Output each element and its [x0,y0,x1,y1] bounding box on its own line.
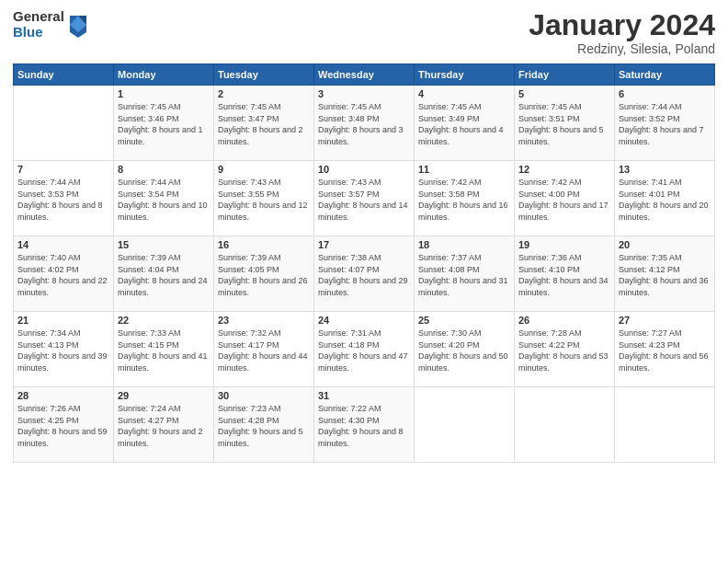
day-info: Sunrise: 7:45 AMSunset: 3:47 PMDaylight:… [218,101,310,147]
calendar-cell: 8Sunrise: 7:44 AMSunset: 3:54 PMDaylight… [114,161,214,236]
calendar-cell: 26Sunrise: 7:28 AMSunset: 4:22 PMDayligh… [515,312,615,387]
calendar-cell: 9Sunrise: 7:43 AMSunset: 3:55 PMDaylight… [214,161,314,236]
day-number: 6 [619,88,711,99]
day-number: 10 [318,164,410,175]
day-number: 22 [118,315,210,326]
day-info: Sunrise: 7:36 AMSunset: 4:10 PMDaylight:… [518,252,610,298]
day-info: Sunrise: 7:43 AMSunset: 3:55 PMDaylight:… [218,177,310,223]
calendar-cell: 17Sunrise: 7:38 AMSunset: 4:07 PMDayligh… [314,236,415,312]
col-thursday: Thursday [415,64,515,86]
day-info: Sunrise: 7:35 AMSunset: 4:12 PMDaylight:… [619,252,711,298]
day-info: Sunrise: 7:30 AMSunset: 4:20 PMDaylight:… [418,327,510,373]
calendar-cell: 14Sunrise: 7:40 AMSunset: 4:02 PMDayligh… [14,236,114,312]
day-number: 3 [318,88,410,99]
calendar-header: Sunday Monday Tuesday Wednesday Thursday… [14,64,715,86]
day-info: Sunrise: 7:41 AMSunset: 4:01 PMDaylight:… [619,177,711,223]
calendar-body: 1Sunrise: 7:45 AMSunset: 3:46 PMDaylight… [14,86,715,463]
day-number: 27 [619,315,711,326]
calendar-cell: 3Sunrise: 7:45 AMSunset: 3:48 PMDaylight… [314,86,415,161]
month-title: January 2024 [529,9,715,41]
day-number: 13 [619,164,711,175]
day-info: Sunrise: 7:37 AMSunset: 4:08 PMDaylight:… [418,252,510,298]
calendar-cell: 21Sunrise: 7:34 AMSunset: 4:13 PMDayligh… [14,312,114,387]
calendar-cell: 4Sunrise: 7:45 AMSunset: 3:49 PMDaylight… [415,86,515,161]
day-number: 12 [518,164,610,175]
day-info: Sunrise: 7:45 AMSunset: 3:51 PMDaylight:… [518,101,610,147]
calendar-cell: 13Sunrise: 7:41 AMSunset: 4:01 PMDayligh… [615,161,715,236]
col-friday: Friday [515,64,615,86]
day-number: 19 [518,239,610,250]
calendar-table: Sunday Monday Tuesday Wednesday Thursday… [13,63,715,463]
header-row: Sunday Monday Tuesday Wednesday Thursday… [14,64,715,86]
calendar-week-2: 7Sunrise: 7:44 AMSunset: 3:53 PMDaylight… [14,161,715,236]
day-info: Sunrise: 7:23 AMSunset: 4:28 PMDaylight:… [218,403,310,449]
day-info: Sunrise: 7:42 AMSunset: 3:58 PMDaylight:… [418,177,510,223]
calendar-cell: 23Sunrise: 7:32 AMSunset: 4:17 PMDayligh… [214,312,314,387]
day-number: 16 [218,239,310,250]
calendar-week-1: 1Sunrise: 7:45 AMSunset: 3:46 PMDaylight… [14,86,715,161]
day-number: 18 [418,239,510,250]
col-wednesday: Wednesday [314,64,415,86]
day-info: Sunrise: 7:33 AMSunset: 4:15 PMDaylight:… [118,327,210,373]
day-info: Sunrise: 7:31 AMSunset: 4:18 PMDaylight:… [318,327,410,373]
calendar-cell [415,387,515,463]
location-text: Redziny, Silesia, Poland [529,41,715,56]
day-info: Sunrise: 7:38 AMSunset: 4:07 PMDaylight:… [318,252,410,298]
day-info: Sunrise: 7:42 AMSunset: 4:00 PMDaylight:… [518,177,610,223]
day-number: 4 [418,88,510,99]
day-number: 2 [218,88,310,99]
calendar-cell: 24Sunrise: 7:31 AMSunset: 4:18 PMDayligh… [314,312,415,387]
logo-general-text: General [13,9,64,25]
calendar-week-4: 21Sunrise: 7:34 AMSunset: 4:13 PMDayligh… [14,312,715,387]
day-info: Sunrise: 7:24 AMSunset: 4:27 PMDaylight:… [118,403,210,449]
calendar-cell: 12Sunrise: 7:42 AMSunset: 4:00 PMDayligh… [515,161,615,236]
day-info: Sunrise: 7:32 AMSunset: 4:17 PMDaylight:… [218,327,310,373]
day-info: Sunrise: 7:40 AMSunset: 4:02 PMDaylight:… [17,252,109,298]
day-info: Sunrise: 7:22 AMSunset: 4:30 PMDaylight:… [318,403,410,449]
calendar-cell: 19Sunrise: 7:36 AMSunset: 4:10 PMDayligh… [515,236,615,312]
day-info: Sunrise: 7:39 AMSunset: 4:04 PMDaylight:… [118,252,210,298]
day-number: 14 [17,239,109,250]
day-number: 15 [118,239,210,250]
day-number: 1 [118,88,210,99]
calendar-cell: 30Sunrise: 7:23 AMSunset: 4:28 PMDayligh… [214,387,314,463]
calendar-cell: 7Sunrise: 7:44 AMSunset: 3:53 PMDaylight… [14,161,114,236]
calendar-cell: 18Sunrise: 7:37 AMSunset: 4:08 PMDayligh… [415,236,515,312]
day-info: Sunrise: 7:39 AMSunset: 4:05 PMDaylight:… [218,252,310,298]
day-number: 5 [518,88,610,99]
day-info: Sunrise: 7:27 AMSunset: 4:23 PMDaylight:… [619,327,711,373]
day-number: 17 [318,239,410,250]
calendar-cell: 28Sunrise: 7:26 AMSunset: 4:25 PMDayligh… [14,387,114,463]
calendar-cell: 15Sunrise: 7:39 AMSunset: 4:04 PMDayligh… [114,236,214,312]
calendar-cell: 27Sunrise: 7:27 AMSunset: 4:23 PMDayligh… [615,312,715,387]
day-number: 8 [118,164,210,175]
day-info: Sunrise: 7:44 AMSunset: 3:52 PMDaylight:… [619,101,711,147]
day-info: Sunrise: 7:45 AMSunset: 3:46 PMDaylight:… [118,101,210,147]
day-number: 20 [619,239,711,250]
calendar-cell: 16Sunrise: 7:39 AMSunset: 4:05 PMDayligh… [214,236,314,312]
day-info: Sunrise: 7:34 AMSunset: 4:13 PMDaylight:… [17,327,109,373]
day-number: 29 [118,390,210,401]
day-number: 25 [418,315,510,326]
col-monday: Monday [114,64,214,86]
header: General Blue January 2024 Redziny, Siles… [13,9,715,56]
day-number: 24 [318,315,410,326]
calendar-week-3: 14Sunrise: 7:40 AMSunset: 4:02 PMDayligh… [14,236,715,312]
calendar-cell: 25Sunrise: 7:30 AMSunset: 4:20 PMDayligh… [415,312,515,387]
day-info: Sunrise: 7:45 AMSunset: 3:48 PMDaylight:… [318,101,410,147]
day-info: Sunrise: 7:26 AMSunset: 4:25 PMDaylight:… [17,403,109,449]
logo-blue-text: Blue [13,25,64,40]
calendar-cell: 20Sunrise: 7:35 AMSunset: 4:12 PMDayligh… [615,236,715,312]
day-info: Sunrise: 7:44 AMSunset: 3:53 PMDaylight:… [17,177,109,223]
day-info: Sunrise: 7:45 AMSunset: 3:49 PMDaylight:… [418,101,510,147]
calendar-cell: 5Sunrise: 7:45 AMSunset: 3:51 PMDaylight… [515,86,615,161]
day-number: 31 [318,390,410,401]
day-number: 23 [218,315,310,326]
day-number: 30 [218,390,310,401]
calendar-cell: 22Sunrise: 7:33 AMSunset: 4:15 PMDayligh… [114,312,214,387]
calendar-cell [515,387,615,463]
day-number: 11 [418,164,510,175]
day-info: Sunrise: 7:43 AMSunset: 3:57 PMDaylight:… [318,177,410,223]
col-sunday: Sunday [14,64,114,86]
day-number: 21 [17,315,109,326]
